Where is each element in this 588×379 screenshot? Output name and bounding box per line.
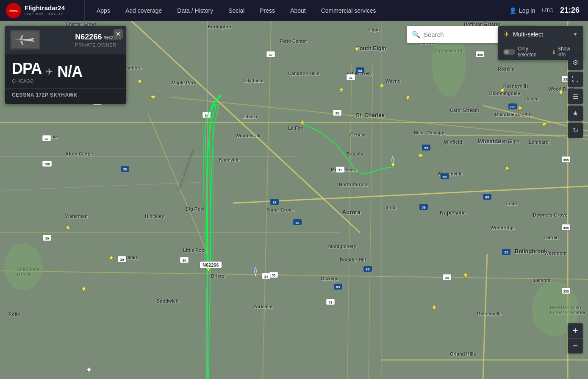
nav-social[interactable]: Social xyxy=(221,0,252,21)
zoom-in-button[interactable]: + xyxy=(568,323,583,338)
nav-items: Apps Add coverage Data / History Social … xyxy=(85,0,509,21)
aircraft-bottom-1[interactable] xyxy=(86,366,92,375)
aircraft-3[interactable] xyxy=(354,45,361,54)
logo-icon: FR24 xyxy=(6,3,21,18)
flight-owner: PRIVATE OWNER xyxy=(75,42,121,47)
dest-block: N/A xyxy=(57,63,82,81)
aircraft-5[interactable] xyxy=(405,94,411,103)
only-selected-label: Only selected xyxy=(518,46,545,58)
logo-text: Flightradar24 LIVE AIR TRAFFIC xyxy=(25,4,65,17)
aircraft-6[interactable] xyxy=(338,86,345,95)
refresh-button[interactable]: ↻ xyxy=(568,123,583,138)
settings-button[interactable]: ⚙ xyxy=(568,55,583,70)
only-selected-toggle[interactable]: Only selected xyxy=(503,46,545,58)
aircraft-18[interactable] xyxy=(431,304,438,313)
aircraft-9[interactable] xyxy=(517,105,524,114)
aircraft-13[interactable] xyxy=(504,165,510,174)
login-button[interactable]: 👤 Log in xyxy=(509,7,535,14)
aircraft-10[interactable] xyxy=(557,89,564,98)
aircraft-17[interactable] xyxy=(462,272,469,281)
nav-about[interactable]: About xyxy=(283,0,313,21)
favorites-button[interactable]: ★ xyxy=(568,106,583,121)
only-selected-toggle-dot xyxy=(503,49,515,55)
origin-code: DPA xyxy=(12,60,42,78)
aircraft-1[interactable] xyxy=(136,78,143,87)
aircraft-8[interactable] xyxy=(499,87,506,96)
navigation: FR24 Flightradar24 LIVE AIR TRAFFIC Apps… xyxy=(0,0,588,21)
aircraft-14[interactable] xyxy=(64,224,71,233)
fullscreen-button[interactable]: ⛶ xyxy=(568,72,583,87)
origin-city: CHICAGO xyxy=(12,78,42,84)
aircraft-thumbnail xyxy=(10,30,40,50)
multiselect-icon: ✈ xyxy=(503,30,510,39)
user-icon: 👤 xyxy=(509,7,516,14)
filter-button[interactable]: ☰ xyxy=(568,89,583,104)
aircraft-15[interactable] xyxy=(108,255,114,264)
close-panel-button[interactable]: ✕ xyxy=(114,29,123,39)
origin-block: DPA CHICAGO xyxy=(12,60,42,84)
zoom-out-button[interactable]: − xyxy=(568,338,583,354)
aircraft-19[interactable] xyxy=(390,161,397,170)
multiselect-main-button[interactable]: ✈ Multi-select ▼ xyxy=(498,26,583,43)
current-time: 21:26 xyxy=(560,6,580,15)
svg-text:FR24: FR24 xyxy=(9,9,18,13)
map-container[interactable]: 64 23 64 58 390 38 88 25 31 31 59 59 59 … xyxy=(0,21,588,379)
dest-code: N/A xyxy=(57,63,82,81)
aircraft-tracked-label: N62266 xyxy=(200,262,222,268)
aircraft-7[interactable] xyxy=(299,119,306,128)
flight-panel: N62266 /N62266 PRIVATE OWNER ✕ DPA CHICA… xyxy=(5,26,126,104)
nav-commercial[interactable]: Commercial services xyxy=(313,0,384,21)
zoom-controls: + − xyxy=(568,323,583,354)
nav-press[interactable]: Press xyxy=(252,0,283,21)
aircraft-4[interactable] xyxy=(378,82,385,91)
nav-add-coverage[interactable]: Add coverage xyxy=(118,0,169,21)
logo[interactable]: FR24 Flightradar24 LIVE AIR TRAFFIC xyxy=(0,0,85,21)
nav-right: 👤 Log in UTC 21:26 xyxy=(509,6,588,15)
multiselect-chevron-icon: ▼ xyxy=(573,31,578,37)
multiselect-label: Multi-select xyxy=(513,31,543,38)
aircraft-type: CESSNA 172P SKYHAWK xyxy=(5,88,126,104)
aircraft-2[interactable] xyxy=(150,94,157,103)
utc-label: UTC xyxy=(542,7,553,14)
aircraft-16[interactable] xyxy=(80,286,87,295)
search-icon: 🔍 xyxy=(412,31,420,39)
nav-apps[interactable]: Apps xyxy=(89,0,118,21)
map-controls: ⚙ ⛶ ☰ ★ ↻ xyxy=(568,55,583,138)
flight-header: N62266 /N62266 PRIVATE OWNER ✕ xyxy=(5,26,126,54)
info-icon: ℹ xyxy=(553,49,555,55)
route-arrow: ✈ xyxy=(46,67,53,77)
aircraft-11[interactable] xyxy=(541,121,548,130)
nav-data-history[interactable]: Data / History xyxy=(169,0,221,21)
flight-route: DPA CHICAGO ✈ N/A xyxy=(5,54,126,88)
aircraft-12[interactable] xyxy=(417,152,424,161)
